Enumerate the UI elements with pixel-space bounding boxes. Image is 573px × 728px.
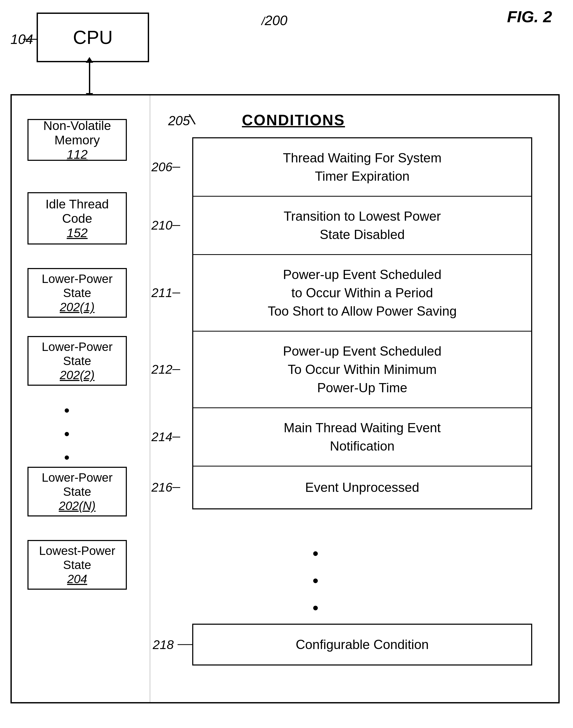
lps2-label: Lower-PowerState <box>42 340 113 368</box>
cpu-ref-dash: — <box>23 30 37 46</box>
lps1-number: 202(1) <box>60 300 95 314</box>
lowest-number: 204 <box>67 572 87 586</box>
condition-row-211: 211 Power-up Event Scheduledto Occur Wit… <box>193 255 531 331</box>
row-ref-206: 206 <box>151 158 172 176</box>
configurable-condition-box: 218 Configurable Condition <box>192 624 532 666</box>
left-column: Non-Volatile Memory 112 Idle ThreadCode … <box>12 96 150 702</box>
lps1-label: Lower-PowerState <box>42 272 113 300</box>
conditions-group: 206 Thread Waiting For SystemTimer Expir… <box>192 137 532 509</box>
config-ref: 218 <box>153 637 174 652</box>
idle-thread-label: Idle ThreadCode <box>46 197 109 226</box>
main-container: Non-Volatile Memory 112 Idle ThreadCode … <box>10 94 560 704</box>
nvm-number: 112 <box>67 147 88 162</box>
conditions-ref: 205 <box>168 113 190 128</box>
cpu-arrow <box>89 62 90 94</box>
row-ref-210: 210 <box>151 216 172 234</box>
condition-text-206: Thread Waiting For SystemTimer Expiratio… <box>283 149 442 186</box>
lowest-label: Lowest-PowerState <box>39 543 115 572</box>
condition-text-216: Event Unprocessed <box>305 478 419 497</box>
row-ref-214: 214 <box>151 428 172 446</box>
configurable-condition-text: Configurable Condition <box>296 637 429 652</box>
condition-row-214: 214 Main Thread Waiting EventNotificatio… <box>193 408 531 467</box>
row-ref-211: 211 <box>151 284 172 302</box>
idle-thread-box: Idle ThreadCode 152 <box>28 192 127 245</box>
lps-box-1: Lower-PowerState 202(1) <box>28 268 127 318</box>
condition-text-210: Transition to Lowest PowerState Disabled <box>283 207 441 244</box>
diagram-ref: /200 <box>262 12 288 28</box>
figure-label: FIG. 2 <box>507 7 552 26</box>
condition-row-212: 212 Power-up Event ScheduledTo Occur Wit… <box>193 331 531 408</box>
nvm-label: Non-Volatile Memory <box>29 118 126 147</box>
conditions-title: CONDITIONS <box>242 111 345 128</box>
condition-text-214: Main Thread Waiting EventNotification <box>284 419 441 455</box>
right-section: 205 \ CONDITIONS 206 Thread Waiting For … <box>150 96 561 702</box>
lps2-number: 202(2) <box>60 368 95 382</box>
dots-left-1: ••• <box>64 399 70 469</box>
idle-thread-number: 152 <box>67 226 88 240</box>
lps-box-2: Lower-PowerState 202(2) <box>28 336 127 386</box>
lps-box-n: Lower-PowerState 202(N) <box>28 467 127 516</box>
lowest-power-box: Lowest-PowerState 204 <box>28 540 127 590</box>
cpu-box-label: CPU <box>73 27 113 48</box>
condition-text-211: Power-up Event Scheduledto Occur Within … <box>268 265 457 320</box>
row-ref-212: 212 <box>151 361 172 378</box>
dots-right: ••• <box>313 540 318 622</box>
cpu-box: CPU <box>37 12 149 62</box>
condition-text-212: Power-up Event ScheduledTo Occur Within … <box>283 342 441 397</box>
row-ref-216: 216 <box>151 478 172 496</box>
condition-row-210: 210 Transition to Lowest PowerState Disa… <box>193 197 531 255</box>
config-ref-line <box>177 644 193 645</box>
condition-row-206: 206 Thread Waiting For SystemTimer Expir… <box>193 138 531 197</box>
lpsN-number: 202(N) <box>59 499 96 513</box>
nvm-box: Non-Volatile Memory 112 <box>28 119 127 161</box>
condition-row-216: 216 Event Unprocessed <box>193 467 531 508</box>
lpsN-label: Lower-PowerState <box>42 470 113 499</box>
